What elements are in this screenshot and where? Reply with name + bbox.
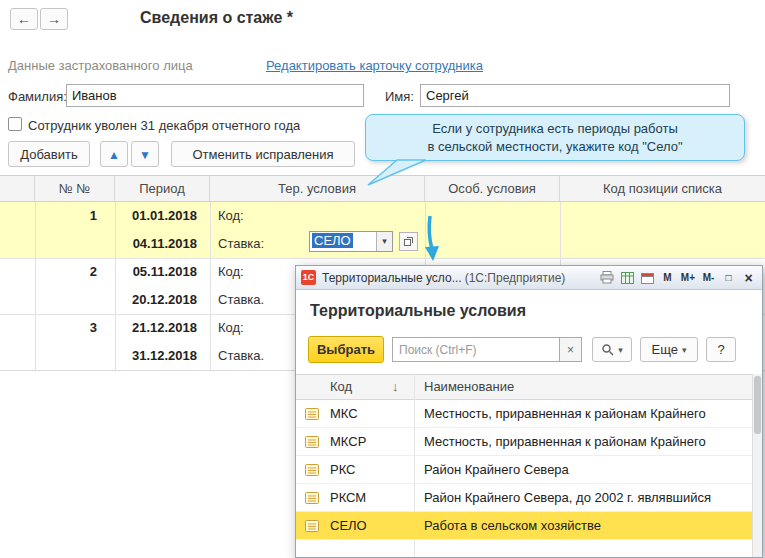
forward-button[interactable]: → [40, 8, 68, 30]
hint-callout: Если у сотрудника есть периоды работы в … [365, 114, 745, 161]
item-code: РКС [330, 462, 356, 477]
scale-m-minus-button[interactable]: М- [700, 269, 717, 287]
firstname-label: Имя: [385, 89, 414, 104]
item-name: Район Крайнего Севера [424, 462, 750, 477]
add-button-label: Добавить [20, 147, 77, 162]
dialog-body: Территориальные условия Выбрать × ▾ Еще … [296, 290, 762, 557]
firstname-input[interactable] [420, 84, 730, 107]
grid-col-divider [35, 202, 36, 371]
code-label: Код: [218, 320, 244, 335]
column-header-name[interactable]: Наименование [424, 379, 514, 394]
page-title: Сведения о стаже * [140, 9, 293, 27]
list-item[interactable]: РКСМ Район Крайнего Севера, до 2002 г. я… [296, 484, 752, 512]
column-header-code[interactable]: Код [330, 379, 352, 394]
close-button[interactable]: × [740, 269, 757, 287]
combo-selected-text: СЕЛО [312, 233, 353, 248]
app-name: (1С:Предприятие) [465, 271, 566, 285]
dialog-titlebar[interactable]: 1С Территориальные усло... (1С:Предприят… [296, 266, 762, 290]
header-territorial: Тер. условия [210, 176, 425, 201]
grid-col-divider [115, 202, 116, 371]
rate-label: Ставка: [218, 236, 264, 251]
close-icon: × [744, 270, 752, 286]
catalog-item-icon [305, 520, 319, 535]
search-input[interactable] [392, 337, 560, 362]
forward-icon: → [47, 11, 61, 27]
chevron-down-icon: ▾ [682, 345, 687, 355]
catalog-item-icon [305, 492, 319, 507]
territory-code-combo[interactable]: СЕЛО ▾ [309, 231, 393, 252]
list-item[interactable]: МКСР Местность, приравненная к районам К… [296, 428, 752, 456]
callout-line-1: Если у сотрудника есть периоды работы [432, 120, 678, 138]
scrollbar-thumb[interactable] [754, 376, 761, 434]
code-label: Код: [218, 264, 244, 279]
maximize-button[interactable]: □ [720, 269, 737, 287]
callout-line-2: в сельской местности, укажите код "Село" [427, 138, 682, 156]
grid-col-divider [210, 202, 211, 371]
table-view-button[interactable] [619, 269, 636, 287]
catalog-item-icon [305, 408, 319, 423]
item-code: СЕЛО [330, 518, 367, 533]
scale-m-plus-button[interactable]: М+ [679, 269, 697, 287]
combo-open-button[interactable] [399, 232, 418, 251]
row-number: 2 [35, 264, 97, 279]
list-item[interactable]: МКС Местность, приравненная к районам Кр… [296, 400, 752, 428]
list-item-selected[interactable]: СЕЛО Работа в сельском хозяйстве [296, 512, 752, 540]
dialog-table-header: Код ↓ Наименование [296, 374, 762, 400]
grid-header-row: № № Период Тер. условия Особ. условия Ко… [0, 175, 765, 202]
row-number: 3 [35, 320, 97, 335]
maximize-icon: □ [725, 272, 731, 283]
row-number: 1 [35, 208, 97, 223]
territorial-conditions-dialog: 1С Территориальные усло... (1С:Предприят… [295, 265, 763, 558]
item-code: МКСР [330, 434, 366, 449]
scale-m-button[interactable]: М [659, 269, 676, 287]
dismissed-checkbox-label: Сотрудник уволен 31 декабря отчетного го… [28, 118, 300, 133]
onec-logo: 1С [301, 270, 316, 285]
more-button[interactable]: Еще ▾ [640, 337, 698, 362]
clear-search-button[interactable]: × [560, 337, 582, 362]
period-end: 04.11.2018 [117, 236, 197, 251]
undo-button-label: Отменить исправления [192, 147, 333, 162]
item-code: РКСМ [330, 490, 366, 505]
magnifier-icon [601, 343, 614, 356]
period-end: 31.12.2018 [117, 348, 197, 363]
chevron-down-icon: ▾ [618, 345, 623, 355]
dismissed-checkbox[interactable] [8, 117, 22, 131]
calendar-button[interactable] [639, 269, 656, 287]
code-label: Код: [218, 208, 244, 223]
back-button[interactable]: ← [10, 8, 38, 30]
item-name: Местность, приравненная к районам Крайне… [424, 434, 750, 449]
select-button[interactable]: Выбрать [308, 336, 384, 363]
add-button[interactable]: Добавить [8, 141, 90, 167]
section-label: Данные застрахованного лица [8, 58, 193, 73]
item-name: Местность, приравненная к районам Крайне… [424, 406, 750, 421]
table-icon [621, 272, 634, 284]
header-special: Особ. условия [425, 176, 560, 201]
rate-label: Ставка. [218, 348, 264, 363]
print-button[interactable] [598, 269, 616, 287]
more-button-label: Еще [652, 342, 678, 357]
sort-descending-icon: ↓ [392, 379, 399, 394]
printer-icon [600, 271, 614, 284]
list-item[interactable]: РКС Район Крайнего Севера [296, 456, 752, 484]
period-start: 05.11.2018 [117, 264, 197, 279]
header-period: Период [115, 176, 210, 201]
move-down-button[interactable]: ▼ [131, 141, 159, 167]
header-position: Код позиции списка [560, 176, 765, 201]
search-box: × [392, 337, 582, 362]
help-button[interactable]: ? [706, 337, 736, 362]
chevron-down-icon[interactable]: ▾ [376, 232, 392, 251]
edit-employee-card-link[interactable]: Редактировать карточку сотрудника [266, 58, 483, 73]
catalog-item-icon [305, 464, 319, 479]
arrow-up-icon: ▲ [108, 148, 120, 162]
undo-changes-button[interactable]: Отменить исправления [171, 141, 355, 167]
item-name: Работа в сельском хозяйстве [424, 518, 750, 533]
header-marker [0, 176, 35, 201]
vertical-scrollbar[interactable] [752, 374, 762, 557]
search-options-button[interactable]: ▾ [592, 337, 632, 362]
calendar-icon [641, 272, 654, 284]
combo-value: СЕЛО [310, 232, 376, 251]
lastname-input[interactable] [66, 84, 364, 107]
rate-label: Ставка. [218, 292, 264, 307]
move-up-button[interactable]: ▲ [100, 141, 128, 167]
back-icon: ← [17, 11, 31, 27]
